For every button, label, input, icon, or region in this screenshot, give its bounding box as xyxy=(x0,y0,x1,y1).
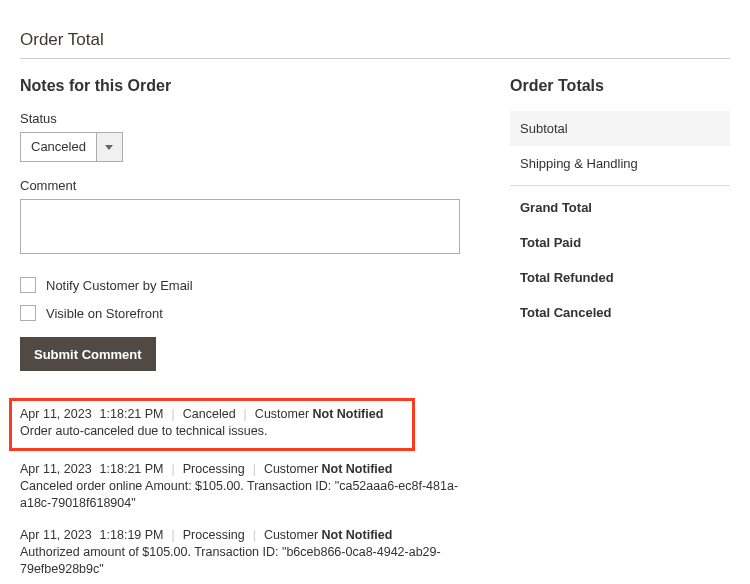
totals-row: Shipping & Handling xyxy=(510,146,730,181)
separator: | xyxy=(172,528,175,542)
history-item: Apr 11, 20231:18:21 PM|Canceled|Customer… xyxy=(12,401,412,448)
status-label: Status xyxy=(20,111,470,126)
history-date: Apr 11, 2023 xyxy=(20,528,92,542)
submit-comment-button[interactable]: Submit Comment xyxy=(20,337,156,371)
history-time: 1:18:19 PM xyxy=(100,528,164,542)
comment-label: Comment xyxy=(20,178,470,193)
status-select[interactable]: Canceled xyxy=(20,132,123,162)
totals-row: Total Paid xyxy=(510,225,730,260)
order-totals-list: SubtotalShipping & HandlingGrand TotalTo… xyxy=(510,111,730,330)
history-item-header: Apr 11, 20231:18:21 PM|Processing|Custom… xyxy=(20,462,470,476)
notify-checkbox-label: Notify Customer by Email xyxy=(46,278,193,293)
history-customer-notified: Customer Not Notified xyxy=(264,528,392,542)
totals-row: Total Refunded xyxy=(510,260,730,295)
separator: | xyxy=(253,528,256,542)
history-body: Order auto-canceled due to technical iss… xyxy=(20,423,404,440)
history-item-header: Apr 11, 20231:18:21 PM|Canceled|Customer… xyxy=(20,407,404,421)
history-customer-notified: Customer Not Notified xyxy=(255,407,383,421)
totals-row: Total Canceled xyxy=(510,295,730,330)
totals-divider xyxy=(510,185,730,186)
history-time: 1:18:21 PM xyxy=(100,462,164,476)
history-status: Canceled xyxy=(183,407,236,421)
status-select-value: Canceled xyxy=(21,133,96,161)
section-divider xyxy=(20,58,730,59)
notes-heading: Notes for this Order xyxy=(20,77,470,95)
separator: | xyxy=(172,407,175,421)
history-date: Apr 11, 2023 xyxy=(20,407,92,421)
order-totals-heading: Order Totals xyxy=(510,77,730,95)
separator: | xyxy=(172,462,175,476)
visible-checkbox[interactable] xyxy=(20,305,36,321)
history-item-header: Apr 11, 20231:18:19 PM|Processing|Custom… xyxy=(20,528,470,542)
totals-row: Subtotal xyxy=(510,111,730,146)
notify-checkbox[interactable] xyxy=(20,277,36,293)
order-history: Apr 11, 20231:18:21 PM|Canceled|Customer… xyxy=(20,401,470,577)
separator: | xyxy=(244,407,247,421)
section-title: Order Total xyxy=(20,30,730,50)
history-item: Apr 11, 20231:18:21 PM|Processing|Custom… xyxy=(20,462,470,512)
totals-row: Grand Total xyxy=(510,190,730,225)
visible-checkbox-label: Visible on Storefront xyxy=(46,306,163,321)
separator: | xyxy=(253,462,256,476)
history-body: Canceled order online Amount: $105.00. T… xyxy=(20,478,470,512)
history-status: Processing xyxy=(183,462,245,476)
history-date: Apr 11, 2023 xyxy=(20,462,92,476)
history-customer-notified: Customer Not Notified xyxy=(264,462,392,476)
chevron-down-icon xyxy=(96,133,122,161)
comment-textarea[interactable] xyxy=(20,199,460,254)
history-body: Authorized amount of $105.00. Transactio… xyxy=(20,544,470,578)
history-status: Processing xyxy=(183,528,245,542)
history-item: Apr 11, 20231:18:19 PM|Processing|Custom… xyxy=(20,528,470,578)
history-time: 1:18:21 PM xyxy=(100,407,164,421)
